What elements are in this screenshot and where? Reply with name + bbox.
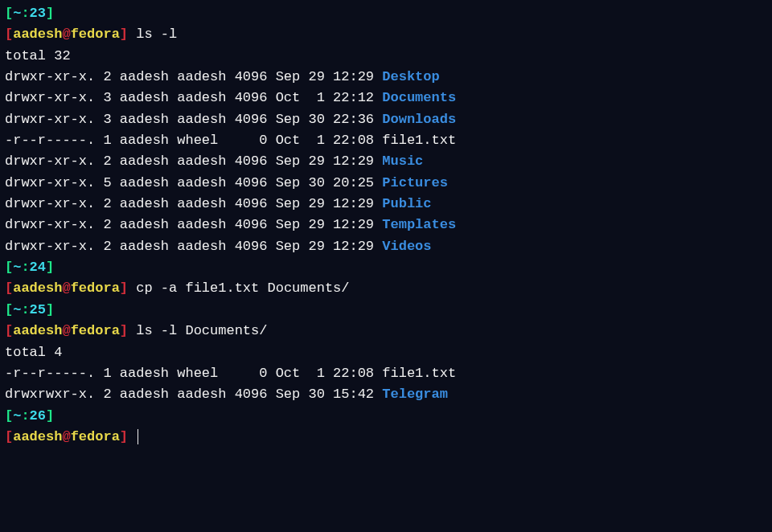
file-metadata: drwxr-xr-x. 3 aadesh aadesh 4096 Oct 1 2…: [5, 90, 382, 105]
file-metadata: drwxr-xr-x. 2 aadesh aadesh 4096 Sep 29 …: [5, 196, 382, 211]
command-text[interactable]: ls -l Documents/: [128, 323, 267, 338]
bracket-close: ]: [46, 408, 54, 424]
separator: :: [21, 6, 29, 21]
directory-name: Videos: [382, 239, 431, 254]
separator: :: [21, 408, 29, 424]
terminal-line: drwxr-xr-x. 2 aadesh aadesh 4096 Sep 29 …: [5, 151, 767, 172]
file-metadata: drwxr-xr-x. 2 aadesh aadesh 4096 Sep 29 …: [5, 153, 382, 169]
terminal-line: drwxr-xr-x. 2 aadesh aadesh 4096 Sep 29 …: [5, 215, 767, 235]
terminal-line: drwxr-xr-x. 3 aadesh aadesh 4096 Oct 1 2…: [5, 88, 767, 108]
bracket-open: [: [5, 302, 13, 317]
directory-name: Documents: [382, 90, 456, 105]
terminal-line: [aadesh@fedora] ls -l Documents/: [5, 321, 767, 342]
bracket-close: ]: [120, 27, 128, 42]
total-line: total 4: [5, 345, 62, 360]
cursor: [138, 429, 138, 444]
terminal-line: drwxr-xr-x. 5 aadesh aadesh 4096 Sep 30 …: [5, 173, 767, 194]
terminal-line: [~:24]: [5, 257, 767, 278]
file-name: file1.txt: [382, 133, 456, 148]
prompt-user: aadesh: [13, 323, 62, 338]
directory-name: Telegram: [382, 387, 448, 402]
terminal-line: drwxr-xr-x. 2 aadesh aadesh 4096 Sep 29 …: [5, 236, 767, 257]
separator: :: [21, 260, 29, 275]
file-metadata: drwxr-xr-x. 5 aadesh aadesh 4096 Sep 30 …: [5, 175, 382, 190]
command-counter: 25: [30, 302, 46, 317]
directory-name: Desktop: [382, 69, 439, 84]
prompt-at: @: [62, 27, 70, 42]
cwd-path: ~: [13, 260, 21, 275]
terminal-line: drwxr-xr-x. 3 aadesh aadesh 4096 Sep 30 …: [5, 109, 767, 130]
separator: :: [21, 302, 29, 317]
prompt-host: fedora: [71, 429, 120, 444]
prompt-user: aadesh: [13, 429, 62, 444]
terminal-line: drwxrwxr-x. 2 aadesh aadesh 4096 Sep 30 …: [5, 384, 767, 405]
prompt-at: @: [62, 280, 70, 296]
file-metadata: drwxrwxr-x. 2 aadesh aadesh 4096 Sep 30 …: [5, 387, 382, 402]
command-text[interactable]: [128, 429, 136, 444]
prompt-host: fedora: [71, 323, 120, 338]
bracket-close: ]: [46, 6, 54, 21]
file-name: file1.txt: [382, 366, 456, 381]
total-line: total 32: [5, 48, 71, 63]
bracket-open: [: [5, 323, 13, 338]
file-metadata: drwxr-xr-x. 2 aadesh aadesh 4096 Sep 29 …: [5, 69, 382, 84]
bracket-close: ]: [46, 260, 54, 275]
directory-name: Downloads: [382, 112, 456, 127]
command-text[interactable]: ls -l: [128, 27, 177, 42]
cwd-path: ~: [13, 408, 21, 424]
command-counter: 23: [30, 6, 46, 21]
command-counter: 24: [30, 260, 46, 275]
file-metadata: drwxr-xr-x. 3 aadesh aadesh 4096 Sep 30 …: [5, 112, 382, 127]
command-text[interactable]: cp -a file1.txt Documents/: [128, 280, 349, 296]
bracket-close: ]: [46, 302, 54, 317]
terminal-line: -r--r-----. 1 aadesh wheel 0 Oct 1 22:08…: [5, 130, 767, 151]
terminal-line: drwxr-xr-x. 2 aadesh aadesh 4096 Sep 29 …: [5, 67, 767, 88]
directory-name: Pictures: [382, 175, 448, 190]
prompt-host: fedora: [71, 27, 120, 42]
bracket-open: [: [5, 280, 13, 296]
terminal-line: [~:25]: [5, 300, 767, 321]
terminal-line: [~:23]: [5, 3, 767, 24]
terminal-output[interactable]: [~:23][aadesh@fedora] ls -ltotal 32drwxr…: [5, 3, 767, 448]
bracket-open: [: [5, 260, 13, 275]
file-metadata: -r--r-----. 1 aadesh wheel 0 Oct 1 22:08: [5, 133, 382, 148]
bracket-close: ]: [120, 280, 128, 296]
cwd-path: ~: [13, 6, 21, 21]
file-metadata: drwxr-xr-x. 2 aadesh aadesh 4096 Sep 29 …: [5, 239, 382, 254]
bracket-open: [: [5, 27, 13, 42]
terminal-line: [aadesh@fedora] ls -l: [5, 24, 767, 45]
cwd-path: ~: [13, 302, 21, 317]
directory-name: Templates: [382, 217, 456, 232]
directory-name: Public: [382, 196, 431, 211]
terminal-line: drwxr-xr-x. 2 aadesh aadesh 4096 Sep 29 …: [5, 194, 767, 215]
bracket-open: [: [5, 6, 13, 21]
bracket-close: ]: [120, 429, 128, 444]
directory-name: Music: [382, 153, 423, 169]
terminal-line: total 32: [5, 46, 767, 67]
prompt-at: @: [62, 323, 70, 338]
prompt-user: aadesh: [13, 280, 62, 296]
terminal-line: [~:26]: [5, 406, 767, 427]
prompt-host: fedora: [71, 280, 120, 296]
terminal-line: [aadesh@fedora] cp -a file1.txt Document…: [5, 278, 767, 299]
terminal-line: total 4: [5, 342, 767, 363]
prompt-at: @: [62, 429, 70, 444]
file-metadata: -r--r-----. 1 aadesh wheel 0 Oct 1 22:08: [5, 366, 382, 381]
bracket-close: ]: [120, 323, 128, 338]
prompt-user: aadesh: [13, 27, 62, 42]
terminal-line: -r--r-----. 1 aadesh wheel 0 Oct 1 22:08…: [5, 363, 767, 384]
command-counter: 26: [30, 408, 46, 424]
bracket-open: [: [5, 429, 13, 444]
bracket-open: [: [5, 408, 13, 424]
terminal-line: [aadesh@fedora]: [5, 427, 767, 448]
file-metadata: drwxr-xr-x. 2 aadesh aadesh 4096 Sep 29 …: [5, 217, 382, 232]
